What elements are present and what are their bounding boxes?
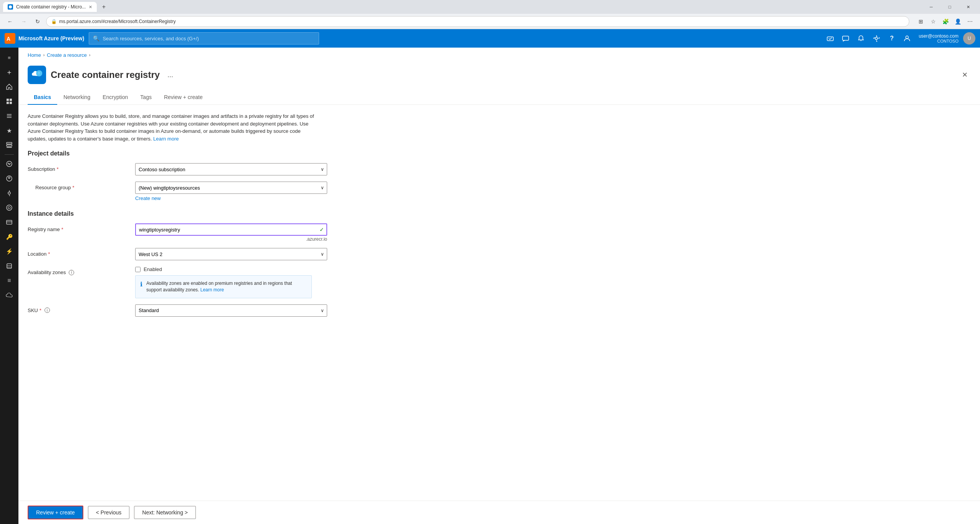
- resource-group-group: Resource group * (New) wingtiptoysresour…: [28, 182, 971, 201]
- sidebar-item-keys[interactable]: 🔑: [2, 230, 16, 244]
- svg-rect-9: [10, 99, 12, 101]
- sku-select-wrapper: Basic Standard Premium ∨: [135, 304, 327, 317]
- sidebar-item-marketplace[interactable]: [2, 172, 16, 185]
- sidebar-toggle-button[interactable]: ≡: [2, 51, 16, 64]
- monitor-icon: [6, 160, 13, 167]
- home-icon: [6, 83, 13, 90]
- browser-actions: ⊞ ☆ 🧩 👤 ⋯: [915, 16, 975, 27]
- close-window-button[interactable]: ✕: [959, 0, 977, 14]
- directory-button[interactable]: [900, 31, 914, 45]
- resource-group-select[interactable]: (New) wingtiptoysresources Create new: [135, 182, 327, 194]
- content-area: Home › Create a resource › ↑ Create cont…: [18, 48, 980, 524]
- sidebar-item-functions[interactable]: ⚡: [2, 245, 16, 258]
- breadcrumb-sep-1: ›: [43, 53, 45, 57]
- sku-tooltip[interactable]: i: [45, 307, 50, 313]
- new-tab-button[interactable]: +: [98, 2, 109, 12]
- resource-groups-icon: [6, 142, 13, 149]
- availability-zones-tooltip[interactable]: i: [69, 270, 74, 275]
- registry-name-suffix: .azurecr.io: [135, 236, 327, 242]
- extensions-button[interactable]: 🧩: [940, 16, 951, 27]
- settings-topbar-button[interactable]: [869, 31, 883, 45]
- minimize-button[interactable]: ─: [922, 0, 940, 14]
- location-select[interactable]: West US 2 East US East US 2 Central US W…: [135, 248, 327, 260]
- sku-select[interactable]: Basic Standard Premium: [135, 304, 327, 317]
- sidebar-item-sql[interactable]: [2, 259, 16, 273]
- sidebar-item-resourcegroups[interactable]: [2, 138, 16, 152]
- tab-review-create[interactable]: Review + create: [158, 90, 209, 105]
- subscription-label: Subscription *: [28, 163, 135, 172]
- close-icon: ✕: [962, 71, 968, 79]
- sidebar-item-support[interactable]: [2, 201, 16, 215]
- user-email: user@contoso.com: [919, 33, 958, 39]
- profile-button[interactable]: 👤: [952, 16, 963, 27]
- azure-logo-icon: A: [5, 33, 15, 44]
- browser-chrome: Create container registry - Micro... ✕ +…: [0, 0, 980, 14]
- sidebar-item-monitor[interactable]: [2, 157, 16, 171]
- project-details-title: Project details: [28, 150, 971, 157]
- feedback-button[interactable]: [839, 31, 853, 45]
- page-icon: ↑: [28, 66, 46, 84]
- review-create-button[interactable]: Review + create: [28, 506, 83, 519]
- tab-basics[interactable]: Basics: [28, 90, 57, 105]
- user-info[interactable]: user@contoso.com CONTOSO: [915, 32, 962, 45]
- read-mode-button[interactable]: ⊞: [915, 16, 926, 27]
- tab-encryption[interactable]: Encryption: [96, 90, 134, 105]
- search-input[interactable]: [103, 36, 315, 41]
- marketplace-icon: [6, 175, 13, 182]
- cloud-shell-button[interactable]: [823, 31, 837, 45]
- address-bar[interactable]: 🔒 ms.portal.azure.com/#create/Microsoft.…: [46, 16, 909, 27]
- page-title: Create container registry: [51, 69, 160, 80]
- resource-group-required: *: [73, 185, 74, 190]
- sidebar-item-dashboard[interactable]: [2, 94, 16, 108]
- create-new-link[interactable]: Create new: [135, 195, 161, 201]
- breadcrumb-create-resource[interactable]: Create a resource: [47, 52, 87, 58]
- favorites-button[interactable]: ☆: [928, 16, 939, 27]
- close-page-button[interactable]: ✕: [958, 69, 971, 81]
- azure-brand-text: Microsoft Azure (Preview): [18, 35, 84, 41]
- forward-button[interactable]: →: [18, 16, 29, 27]
- sidebar-item-favorites[interactable]: ★: [2, 124, 16, 137]
- tabs: Basics Networking Encryption Tags Review…: [18, 90, 980, 105]
- help-button[interactable]: ?: [885, 31, 899, 45]
- ellipsis-icon: ≡: [7, 277, 11, 284]
- svg-point-21: [8, 192, 10, 194]
- availability-zones-learn-more[interactable]: Learn more: [200, 287, 224, 293]
- sidebar-item-settings[interactable]: [2, 186, 16, 200]
- previous-button[interactable]: < Previous: [88, 506, 130, 519]
- svg-point-0: [9, 5, 12, 8]
- learn-more-link[interactable]: Learn more: [153, 136, 179, 142]
- refresh-button[interactable]: ↻: [32, 16, 43, 27]
- next-button[interactable]: Next: Networking >: [134, 506, 196, 519]
- sidebar-item-allresources[interactable]: [2, 109, 16, 123]
- instance-details-title: Instance details: [28, 210, 971, 217]
- star-icon: ★: [7, 127, 12, 134]
- tab-networking[interactable]: Networking: [57, 90, 96, 105]
- maximize-button[interactable]: □: [941, 0, 958, 14]
- description-text: Azure Container Registry allows you to b…: [28, 112, 319, 142]
- settings-button[interactable]: ⋯: [965, 16, 975, 27]
- svg-rect-10: [7, 102, 9, 104]
- tab-tags[interactable]: Tags: [134, 90, 158, 105]
- svg-point-23: [8, 207, 10, 209]
- topbar-search[interactable]: 🔍: [89, 32, 319, 45]
- tab-close-icon[interactable]: ✕: [89, 5, 92, 10]
- breadcrumb-home[interactable]: Home: [28, 52, 41, 58]
- back-button[interactable]: ←: [5, 16, 15, 27]
- subscription-select[interactable]: Contoso subscription Pay-As-You-Go Enter…: [135, 163, 327, 175]
- more-options-button[interactable]: ...: [167, 71, 173, 79]
- subscription-select-wrapper: Contoso subscription Pay-As-You-Go Enter…: [135, 163, 327, 175]
- user-avatar[interactable]: U: [963, 32, 975, 45]
- sidebar-item-cloud[interactable]: [2, 288, 16, 302]
- key-icon: 🔑: [6, 234, 13, 240]
- sidebar-item-home[interactable]: [2, 80, 16, 94]
- subscription-required: *: [57, 166, 59, 172]
- registry-name-input[interactable]: [135, 223, 327, 236]
- sidebar-item-billing[interactable]: [2, 215, 16, 229]
- topbar-icons: ? user@contoso.com CONTOSO U: [823, 31, 975, 45]
- azure-logo[interactable]: A Microsoft Azure (Preview): [5, 33, 84, 44]
- sidebar-item-create[interactable]: ＋: [2, 65, 16, 79]
- availability-zones-checkbox[interactable]: [135, 267, 141, 272]
- browser-tab[interactable]: Create container registry - Micro... ✕: [3, 2, 97, 12]
- sidebar-item-more[interactable]: ≡: [2, 274, 16, 288]
- notifications-button[interactable]: [854, 31, 868, 45]
